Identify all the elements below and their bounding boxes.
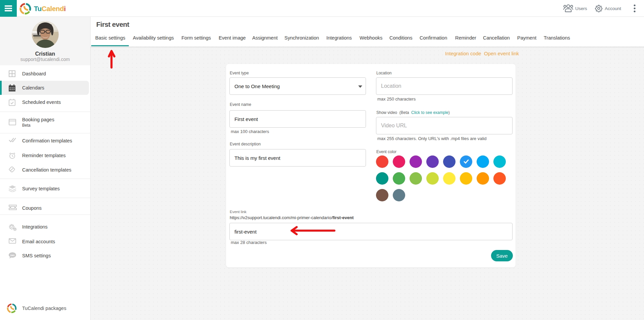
svg-text:SMS: SMS [10,254,14,256]
